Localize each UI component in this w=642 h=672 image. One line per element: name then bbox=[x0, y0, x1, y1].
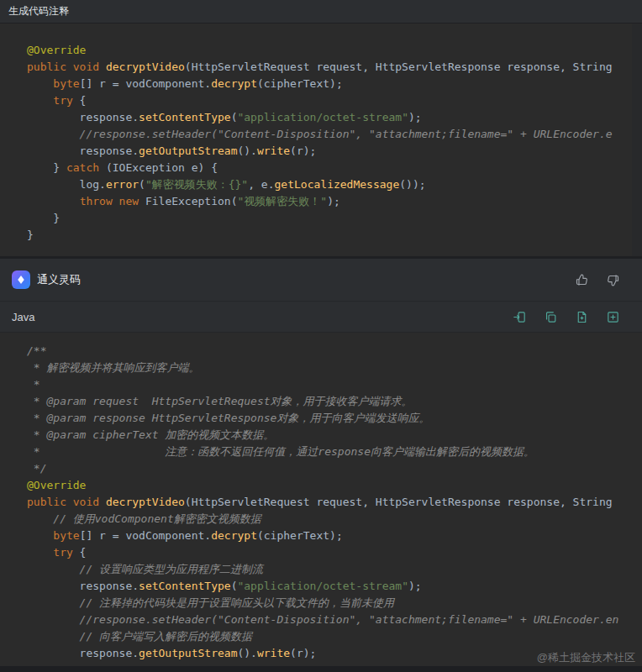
code-line: * @param response HttpServletResponse对象，… bbox=[27, 410, 630, 427]
code-line: * 解密视频并将其响应到客户端。 bbox=[27, 360, 630, 376]
code-line: @Override bbox=[27, 42, 630, 59]
panel-header: 生成代码注释 bbox=[0, 0, 642, 24]
ai-code-comment-panel: 生成代码注释 @Overridepublic void decryptVideo… bbox=[0, 0, 642, 672]
code-line: * @param cipherText 加密的视频文本数据。 bbox=[27, 427, 630, 444]
code-line: byte[] r = vodComponent.decrypt(cipherTe… bbox=[27, 76, 630, 92]
code-line: try { bbox=[27, 92, 630, 109]
language-label: Java bbox=[12, 311, 34, 323]
code-line: } bbox=[27, 210, 630, 227]
assistant-header: 通义灵码 bbox=[0, 259, 642, 301]
code-line: public void decryptVideo(HttpServletRequ… bbox=[27, 59, 630, 76]
code-line: * bbox=[27, 376, 630, 393]
new-file-button[interactable] bbox=[575, 310, 589, 324]
code-line: */ bbox=[27, 460, 630, 477]
code-line: * @param request HttpServletRequest对象，用于… bbox=[27, 393, 630, 410]
code-line: log.error("解密视频失败：{}", e.getLocalizedMes… bbox=[27, 176, 630, 193]
code-line: // 注释掉的代码块是用于设置响应头以下载文件的，当前未使用 bbox=[27, 595, 630, 612]
original-code-block[interactable]: @Overridepublic void decryptVideo(HttpSe… bbox=[0, 24, 642, 259]
watermark: @稀土掘金技术社区 bbox=[537, 650, 635, 665]
generated-code-lines: /** * 解密视频并将其响应到客户端。 * * @param request … bbox=[27, 343, 630, 662]
code-line: byte[] r = vodComponent.decrypt(cipherTe… bbox=[27, 528, 630, 544]
code-line: @Override bbox=[27, 477, 630, 494]
diff-add-button[interactable] bbox=[606, 310, 620, 324]
insert-code-icon bbox=[513, 310, 527, 324]
code-line: response.setContentType("application/oct… bbox=[27, 109, 630, 126]
code-line: // 向客户端写入解密后的视频数据 bbox=[27, 628, 630, 645]
bottom-edge bbox=[0, 666, 642, 672]
code-line: public void decryptVideo(HttpServletRequ… bbox=[27, 494, 630, 511]
code-line: try { bbox=[27, 544, 630, 561]
thumbs-down-icon bbox=[606, 273, 620, 287]
tongyi-lingma-logo-icon bbox=[12, 270, 30, 289]
generated-code-block[interactable]: /** * 解密视频并将其响应到客户端。 * * @param request … bbox=[0, 333, 642, 666]
copy-icon bbox=[544, 310, 558, 324]
thumbs-down-button[interactable] bbox=[606, 273, 620, 287]
code-line: * 注意：函数不返回任何值，通过response向客户端输出解密后的视频数据。 bbox=[27, 444, 630, 460]
add-box-icon bbox=[606, 310, 620, 324]
code-line: } bbox=[27, 227, 630, 244]
code-result-toolbar: Java bbox=[0, 301, 642, 333]
original-code-lines: @Overridepublic void decryptVideo(HttpSe… bbox=[27, 42, 630, 244]
panel-title: 生成代码注释 bbox=[8, 4, 69, 18]
code-line: throw new FileException("视频解密失败！"); bbox=[27, 193, 630, 210]
code-line: //response.setHeader("Content-Dispositio… bbox=[27, 126, 630, 143]
code-line: // 设置响应类型为应用程序二进制流 bbox=[27, 561, 630, 578]
code-line: /** bbox=[27, 343, 630, 360]
code-line: // 使用vodComponent解密密文视频数据 bbox=[27, 511, 630, 528]
thumbs-up-button[interactable] bbox=[575, 273, 589, 287]
code-line: //response.setHeader("Content-Dispositio… bbox=[27, 612, 630, 628]
scrollbar-track[interactable] bbox=[632, 24, 642, 256]
thumbs-up-icon bbox=[575, 273, 589, 287]
new-file-icon bbox=[575, 310, 589, 324]
code-line: response.setContentType("application/oct… bbox=[27, 578, 630, 595]
code-line: response.getOutputStream().write(r); bbox=[27, 143, 630, 160]
assistant-name: 通义灵码 bbox=[37, 272, 81, 287]
copy-code-button[interactable] bbox=[544, 310, 558, 324]
insert-code-button[interactable] bbox=[513, 310, 527, 324]
code-line: } catch (IOException e) { bbox=[27, 160, 630, 176]
